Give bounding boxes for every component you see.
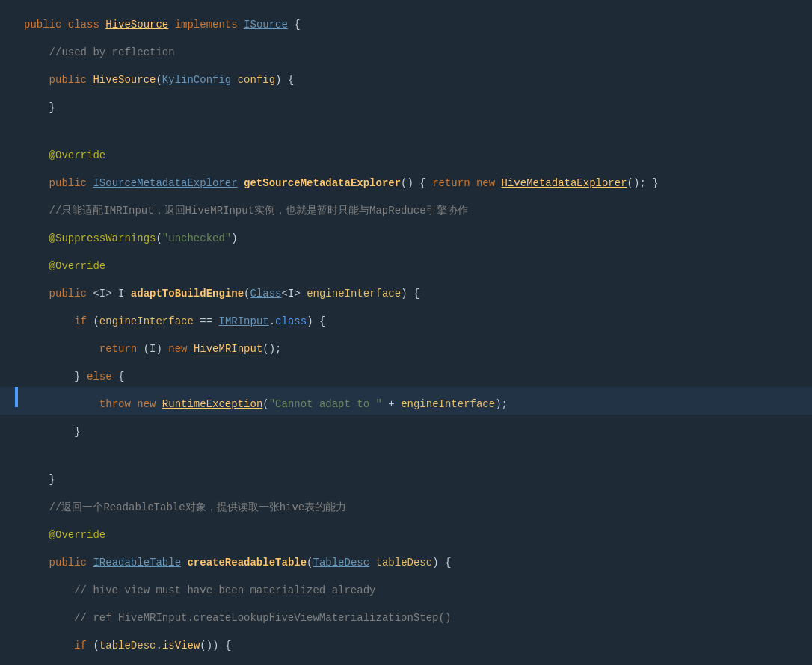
code-line-23: // ref HiveMRInput.createLookupHiveViewM… xyxy=(0,601,812,628)
code-block: public class HiveSource implements ISour… xyxy=(0,0,812,665)
line-content-9: @SuppressWarnings("unchecked") xyxy=(24,229,812,249)
line-indicator-18 xyxy=(15,463,18,483)
line-indicator-25 xyxy=(15,656,18,665)
code-line-21: public IReadableTable createReadableTabl… xyxy=(0,545,812,573)
line-indicator-2 xyxy=(15,35,18,55)
code-line-16: } xyxy=(0,415,812,442)
code-line-17 xyxy=(0,442,812,463)
line-content-24: if (tableDesc.isView()) { xyxy=(24,636,812,656)
code-line-5 xyxy=(0,118,812,138)
line-indicator-8 xyxy=(15,194,18,214)
line-content-22: // hive view must have been materialized… xyxy=(24,581,812,601)
line-content-13: return (I) new HiveMRInput(); xyxy=(24,339,812,359)
line-indicator-10 xyxy=(15,249,18,269)
line-indicator-3 xyxy=(15,63,18,83)
line-indicator-19 xyxy=(15,490,18,510)
code-line-9: @SuppressWarnings("unchecked") xyxy=(0,221,812,249)
code-line-1: public class HiveSource implements ISour… xyxy=(0,7,812,35)
code-line-3: public HiveSource(KylinConfig config) { xyxy=(0,63,812,90)
line-indicator-21 xyxy=(15,545,18,566)
code-line-4: } xyxy=(0,90,812,118)
line-content-10: @Override xyxy=(24,256,812,276)
line-indicator-1 xyxy=(15,7,18,28)
line-indicator-5 xyxy=(15,118,18,138)
line-indicator-23 xyxy=(15,601,18,621)
line-indicator-4 xyxy=(15,90,18,111)
code-line-13: return (I) new HiveMRInput(); xyxy=(0,332,812,359)
code-line-8: //只能适配IMRInput，返回HiveMRInput实例，也就是暂时只能与M… xyxy=(0,194,812,221)
line-content-21: public IReadableTable createReadableTabl… xyxy=(24,553,812,573)
line-content-3: public HiveSource(KylinConfig config) { xyxy=(24,70,812,90)
line-content-6: @Override xyxy=(24,146,812,166)
line-indicator-14 xyxy=(15,359,18,380)
code-line-25: KylinConfig config = KylinConfig.getInst… xyxy=(0,656,812,665)
line-indicator-7 xyxy=(15,166,18,186)
line-content-2: //used by reflection xyxy=(24,43,812,63)
code-line-22: // hive view must have been materialized… xyxy=(0,573,812,601)
line-content-18: } xyxy=(24,470,812,490)
line-indicator-11 xyxy=(15,276,18,297)
line-indicator-17 xyxy=(15,442,18,463)
line-content-15: throw new RuntimeException("Cannot adapt… xyxy=(24,395,812,415)
code-line-20: @Override xyxy=(0,518,812,545)
code-line-19: //返回一个ReadableTable对象，提供读取一张hive表的能力 xyxy=(0,490,812,518)
line-indicator-16 xyxy=(15,415,18,435)
line-indicator-9 xyxy=(15,221,18,241)
line-content-19: //返回一个ReadableTable对象，提供读取一张hive表的能力 xyxy=(24,498,812,518)
line-content-7: public ISourceMetadataExplorer getSource… xyxy=(24,173,812,194)
line-content-16: } xyxy=(24,422,812,442)
code-line-10: @Override xyxy=(0,249,812,276)
line-content-23: // ref HiveMRInput.createLookupHiveViewM… xyxy=(24,608,812,628)
line-indicator-12 xyxy=(15,304,18,324)
code-line-24: if (tableDesc.isView()) { xyxy=(0,628,812,656)
line-indicator-15 xyxy=(15,387,18,407)
line-indicator-20 xyxy=(15,518,18,538)
line-content-1: public class HiveSource implements ISour… xyxy=(24,15,812,35)
code-line-7: public ISourceMetadataExplorer getSource… xyxy=(0,166,812,194)
code-line-14: } else { xyxy=(0,359,812,387)
code-line-11: public <I> I adaptToBuildEngine(Class<I>… xyxy=(0,276,812,304)
line-content-11: public <I> I adaptToBuildEngine(Class<I>… xyxy=(24,284,812,304)
line-content-4: } xyxy=(24,98,812,118)
line-indicator-22 xyxy=(15,573,18,593)
line-content-20: @Override xyxy=(24,525,812,545)
code-line-2: //used by reflection xyxy=(0,35,812,63)
code-line-15: throw new RuntimeException("Cannot adapt… xyxy=(0,387,812,415)
code-line-6: @Override xyxy=(0,138,812,166)
code-line-12: if (engineInterface == IMRInput.class) { xyxy=(0,304,812,332)
line-indicator-13 xyxy=(15,332,18,352)
line-content-12: if (engineInterface == IMRInput.class) { xyxy=(24,312,812,332)
line-content-14: } else { xyxy=(24,367,812,387)
line-indicator-6 xyxy=(15,138,18,158)
line-content-8: //只能适配IMRInput，返回HiveMRInput实例，也就是暂时只能与M… xyxy=(24,201,812,221)
line-indicator-24 xyxy=(15,628,18,649)
code-line-18: } xyxy=(0,463,812,490)
